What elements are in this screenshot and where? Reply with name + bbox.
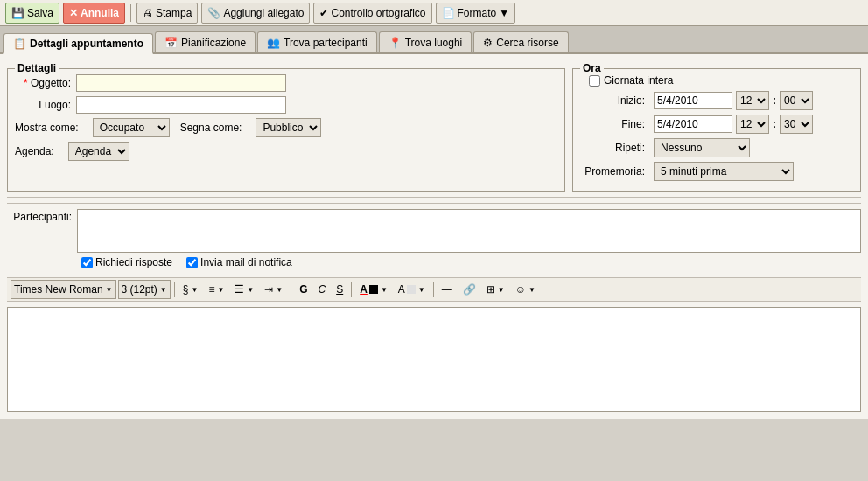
underline-button[interactable]: S: [332, 280, 347, 299]
richiedi-checkbox-label[interactable]: Richiedi risposte: [81, 256, 172, 268]
font-size-arrow: ▼: [160, 286, 167, 294]
oggetto-input[interactable]: [76, 74, 286, 92]
main-toolbar: 💾 Salva ✕ Annulla 🖨 Stampa 📎 Aggiungi al…: [0, 0, 868, 26]
richiedi-checkbox[interactable]: [81, 257, 93, 268]
giornata-intera-checkbox[interactable]: [589, 75, 600, 87]
emoji-button[interactable]: ☺ ▼: [511, 280, 540, 299]
oggetto-label: Oggetto:: [15, 77, 76, 89]
italic-button[interactable]: C: [314, 280, 331, 299]
tab-partecipanti-icon: 👥: [267, 37, 280, 49]
promemoria-label: Promemoria:: [580, 165, 650, 178]
tab-luoghi[interactable]: 📍 Trova luoghi: [379, 31, 472, 52]
invia-checkbox-label[interactable]: Invia mail di notifica: [186, 256, 292, 268]
agenda-label: Agenda:: [15, 145, 54, 157]
print-button[interactable]: 🖨 Stampa: [136, 3, 198, 24]
inizio-date-input[interactable]: [654, 92, 732, 109]
invia-checkbox[interactable]: [186, 257, 198, 268]
fine-label: Fine:: [580, 118, 650, 130]
fine-date-input[interactable]: [654, 115, 732, 133]
indent-button[interactable]: ⇥ ▼: [260, 280, 287, 299]
bold-button[interactable]: G: [295, 280, 312, 299]
dettagli-title: Dettagli: [15, 62, 59, 74]
font-color-icon: A: [360, 283, 368, 296]
tab-pianificazione[interactable]: 📅 Pianificazione: [155, 31, 256, 52]
paragraph-icon: §: [183, 283, 189, 296]
luogo-label: Luogo:: [15, 99, 76, 111]
partecipanti-section: Partecipanti: Richiedi risposte Invia ma…: [7, 197, 861, 272]
giornata-intera-row: Giornata intera: [580, 74, 853, 87]
indent-arrow: ▼: [276, 286, 283, 294]
list-icon: ☰: [234, 283, 244, 296]
mostra-select[interactable]: Occupato Libero Provvisorio Fuori sede: [93, 118, 170, 137]
fine-hour-select[interactable]: 12123 1314: [736, 115, 769, 134]
save-icon: 💾: [11, 7, 24, 19]
checkboxes-row: Richiedi risposte Invia mail di notifica: [7, 253, 861, 272]
spellcheck-icon: ✔: [319, 7, 328, 19]
fine-min-select[interactable]: 00153045: [780, 115, 813, 134]
segna-label: Segna come:: [180, 122, 242, 134]
oggetto-row: Oggetto:: [15, 74, 557, 92]
font-color-button[interactable]: A ▼: [355, 280, 392, 299]
font-color-swatch: [369, 285, 378, 294]
cancel-icon: ✕: [69, 7, 78, 19]
font-family-dropdown[interactable]: Times New Roman ▼: [10, 280, 116, 299]
format-icon: 📄: [442, 7, 455, 19]
fine-colon: :: [773, 118, 776, 130]
paragraph-style-button[interactable]: § ▼: [178, 280, 203, 299]
mostra-label: Mostra come:: [15, 122, 79, 134]
spellcheck-button[interactable]: ✔ Controllo ortografico: [313, 3, 431, 24]
agenda-row: Agenda: Agenda: [15, 142, 557, 161]
fmt-sep-3: [351, 282, 352, 297]
list-button[interactable]: ☰ ▼: [230, 280, 258, 299]
font-size-dropdown[interactable]: 3 (12pt) ▼: [118, 280, 171, 299]
ripeti-select[interactable]: Nessuno Ogni giorno Ogni settimana Ogni …: [654, 138, 750, 157]
tab-dettagli[interactable]: 📋 Dettagli appuntamento: [4, 33, 153, 54]
top-row: Dettagli Oggetto: Luogo: Mostra come: Oc…: [7, 61, 861, 192]
ripeti-label: Ripeti:: [580, 142, 650, 154]
inizio-hour-select[interactable]: 12123 4567 891011 13141516 17181920 2122…: [736, 91, 769, 110]
table-icon: ⊞: [486, 283, 495, 296]
inizio-min-select[interactable]: 00153045: [780, 91, 813, 110]
table-arrow: ▼: [498, 286, 505, 294]
partecipanti-row: Partecipanti:: [7, 203, 861, 253]
partecipanti-textarea[interactable]: [77, 209, 861, 253]
main-content: Dettagli Oggetto: Luogo: Mostra come: Oc…: [0, 54, 868, 419]
print-icon: 🖨: [143, 7, 153, 19]
segna-select[interactable]: Pubblico Privato: [256, 118, 321, 137]
emoji-arrow: ▼: [528, 286, 536, 294]
fmt-sep-4: [433, 282, 434, 297]
ora-title: Ora: [580, 62, 604, 74]
tab-partecipanti[interactable]: 👥 Trova partecipanti: [257, 31, 377, 52]
highlight-swatch: [407, 285, 416, 294]
luogo-row: Luogo:: [15, 96, 557, 114]
font-color-arrow: ▼: [381, 286, 388, 294]
editor-area[interactable]: [7, 307, 861, 412]
tab-strip: 📋 Dettagli appuntamento 📅 Pianificazione…: [0, 26, 868, 54]
highlight-button[interactable]: A ▼: [394, 280, 430, 299]
attach-button[interactable]: 📎 Aggiungi allegato: [201, 3, 310, 24]
luogo-input[interactable]: [76, 96, 286, 114]
align-icon: ≡: [208, 283, 214, 296]
ora-box: Ora Giornata intera Inizio: 12123 4567 8…: [572, 68, 861, 192]
indent-icon: ⇥: [264, 283, 273, 296]
promemoria-row: Promemoria: 5 minuti prima 10 minuti pri…: [580, 162, 853, 181]
bold-label: G: [299, 283, 307, 296]
save-button[interactable]: 💾 Salva: [5, 3, 60, 24]
list-arrow: ▼: [247, 286, 254, 294]
underline-label: S: [336, 283, 343, 296]
toolbar-sep-1: [130, 4, 131, 22]
tab-risorse[interactable]: ⚙ Cerca risorse: [473, 31, 568, 52]
align-button[interactable]: ≡ ▼: [204, 280, 228, 299]
format-button[interactable]: 📄 Formato ▼: [436, 3, 516, 24]
hrule-button[interactable]: —: [438, 280, 457, 299]
highlight-icon: A: [398, 283, 405, 296]
promemoria-select[interactable]: 5 minuti prima 10 minuti prima 15 minuti…: [654, 162, 794, 181]
giornata-intera-label[interactable]: Giornata intera: [604, 74, 673, 87]
tab-luoghi-icon: 📍: [388, 37, 402, 49]
inizio-label: Inizio:: [580, 94, 650, 107]
cancel-button[interactable]: ✕ Annulla: [63, 3, 125, 24]
link-button[interactable]: 🔗: [458, 280, 480, 299]
table-button[interactable]: ⊞ ▼: [482, 280, 509, 299]
agenda-select[interactable]: Agenda: [68, 142, 130, 161]
emoji-icon: ☺: [515, 283, 526, 296]
